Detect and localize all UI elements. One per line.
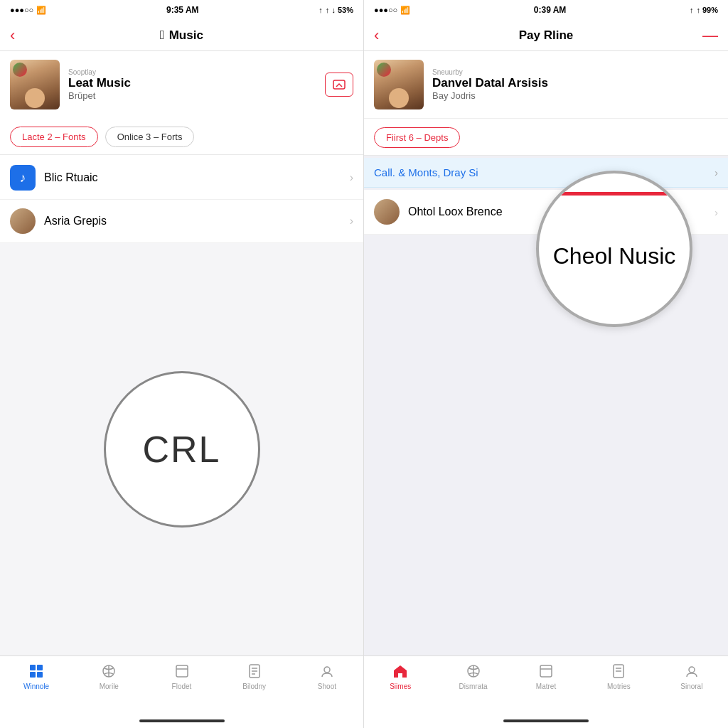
signal-dots-right: ●●●○○ (374, 6, 397, 14)
home-bar-right (503, 719, 589, 722)
battery-right: ↑ 99% (696, 6, 718, 14)
person-head (25, 88, 45, 108)
svg-rect-1 (30, 665, 36, 670)
filter-btn-active-left[interactable]: Lacte 2 – Fonts (10, 127, 98, 147)
tab-label-matret: Matret (536, 682, 556, 690)
location-icon-right: ↑ (690, 6, 694, 14)
person-head-right (389, 88, 409, 108)
magnify-overlay: Cheol Nusic (536, 171, 692, 327)
tab-icon-sinoral (682, 662, 701, 680)
list-item-text-music: Blic Rtuaic (44, 171, 341, 184)
status-bar-right: ●●●○○ 📶 0:39 AM ↑ ↑ 99% (364, 0, 728, 20)
location-icon: ↑ (318, 6, 323, 14)
tab-bar-left: Winnole Morile Flodet (0, 655, 363, 714)
list-item-text-artist: Asria Grepis (44, 215, 341, 228)
filter-btn-inactive-left[interactable]: Onlice 3 – Forts (105, 127, 195, 147)
battery-area-right: ↑ ↑ 99% (690, 6, 718, 14)
nav-title-text-left: Music (169, 28, 203, 43)
filter-row-left: Lacte 2 – Fonts Onlice 3 – Forts (0, 119, 363, 155)
tab-winnole[interactable]: Winnole (0, 662, 73, 690)
nav-title-text-right: Pay Rline (519, 28, 574, 42)
chevron-icon-music: › (350, 171, 353, 184)
chevron-right-item: › (714, 206, 718, 218)
tab-icon-matret (537, 662, 555, 680)
nav-bar-right: ‹ Pay Rline — (364, 20, 728, 51)
back-button-right[interactable]: ‹ (374, 26, 379, 45)
tab-shoot[interactable]: Shoot (291, 662, 363, 690)
left-content: Sooptlay Leat Music Brüpet Lacte 2 – Fon… (0, 51, 363, 655)
crl-circle: CRL (104, 371, 260, 528)
blue-section-right[interactable]: Call. & Monts, Dray Si › (364, 158, 728, 188)
home-indicator-right (364, 714, 728, 728)
list-item-music[interactable]: ♪ Blic Rtuaic › (0, 156, 363, 200)
tab-icon-siimes (391, 662, 410, 680)
tab-dismrata[interactable]: Dismrata (437, 662, 509, 690)
tab-motries[interactable]: Motries (582, 662, 655, 690)
nav-right-btn[interactable]: — (702, 26, 718, 45)
svg-rect-4 (37, 672, 43, 678)
tab-flodet[interactable]: Flodet (145, 662, 218, 690)
tab-label-shoot: Shoot (318, 682, 336, 690)
svg-point-13 (324, 667, 330, 673)
svg-point-21 (689, 667, 695, 673)
featured-name-right: Danvel Datal Arsisis (432, 76, 718, 90)
list-avatar-right (374, 199, 400, 225)
featured-name-left: Leat Music (68, 76, 316, 90)
small-logo-right (377, 63, 391, 77)
chevron-blue: › (714, 166, 718, 178)
battery-icon: ↑ ↓ 53% (326, 6, 353, 14)
small-logo-left (13, 63, 27, 77)
blue-section-text: Call. & Monts, Dray Si (374, 166, 478, 178)
list-item-artist[interactable]: Asria Grepis › (0, 200, 363, 243)
featured-thumbnail-left (10, 60, 60, 109)
left-phone: ●●●○○ 📶 9:35 AM ↑ ↑ ↓ 53% ‹  Music So (0, 0, 364, 728)
nav-bar-left: ‹  Music (0, 20, 363, 51)
featured-info-right: Sneuurby Danvel Datal Arsisis Bay Jodris (432, 68, 718, 101)
featured-card-right: Sneuurby Danvel Datal Arsisis Bay Jodris (364, 51, 728, 119)
featured-thumbnail-right (374, 60, 424, 109)
tab-morile[interactable]: Morile (73, 662, 145, 690)
home-bar-left (139, 719, 225, 722)
svg-rect-2 (37, 665, 43, 670)
back-button-left[interactable]: ‹ (10, 26, 15, 45)
tab-bar-right: Siimes Dismrata Matret (364, 655, 728, 714)
svg-rect-3 (30, 672, 36, 678)
music-note-icon: ♪ (20, 171, 26, 186)
filter-row-right: Fiirst 6 – Depts (364, 120, 728, 156)
tab-label-bilodny: Bilodny (242, 682, 266, 690)
apple-logo-icon:  (160, 28, 165, 43)
featured-action-btn-left[interactable] (325, 73, 353, 97)
featured-label-right: Sneuurby (432, 68, 718, 76)
magnify-text: Cheol Nusic (553, 229, 676, 269)
tab-icon-motries (609, 662, 628, 680)
tab-icon-winnole (27, 662, 46, 680)
tab-label-winnole: Winnole (23, 682, 49, 690)
tab-label-motries: Motries (607, 682, 631, 690)
filter-btn-right[interactable]: Fiirst 6 – Depts (374, 127, 460, 148)
featured-info-left: Sooptlay Leat Music Brüpet (68, 68, 316, 101)
nav-title-right: Pay Rline (519, 28, 574, 43)
signal-area: ●●●○○ 📶 (10, 6, 46, 15)
list-section-left: ♪ Blic Rtuaic › Asria Grepis › (0, 156, 363, 243)
wifi-icon: 📶 (36, 6, 46, 15)
crl-circle-area: CRL (0, 243, 363, 655)
featured-card-left: Sooptlay Leat Music Brüpet (0, 51, 363, 118)
svg-rect-16 (540, 665, 552, 677)
tab-label-sinoral: Sinoral (680, 682, 702, 690)
signal-area-right: ●●●○○ 📶 (374, 6, 410, 15)
tab-bilodny[interactable]: Bilodny (218, 662, 291, 690)
tab-sinoral[interactable]: Sinoral (655, 662, 728, 690)
status-bar-left: ●●●○○ 📶 9:35 AM ↑ ↑ ↓ 53% (0, 0, 363, 20)
music-icon-box: ♪ (10, 165, 36, 191)
chevron-icon-artist: › (350, 215, 353, 228)
tab-matret[interactable]: Matret (510, 662, 582, 690)
wifi-icon-right: 📶 (400, 6, 410, 15)
time-right: 0:39 AM (534, 5, 567, 15)
tab-label-flodet: Flodet (172, 682, 192, 690)
home-indicator-left (0, 714, 363, 728)
tab-siimes[interactable]: Siimes (364, 662, 437, 690)
battery-area-left: ↑ ↑ ↓ 53% (318, 6, 353, 14)
tab-label-dismrata: Dismrata (459, 682, 488, 690)
tab-icon-shoot (318, 662, 336, 680)
tab-icon-bilodny (245, 662, 264, 680)
